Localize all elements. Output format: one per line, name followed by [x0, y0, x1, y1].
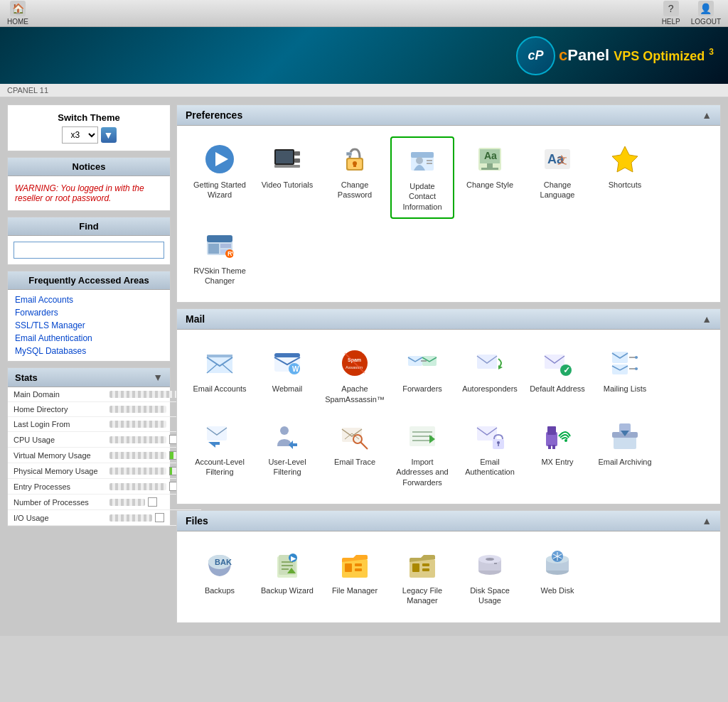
- svg-point-106: [486, 558, 494, 561]
- mx-entry-icon: [540, 419, 574, 453]
- files-panel: Files ▲ BAK: [176, 510, 721, 623]
- mail-email-authentication[interactable]: Email Authentication: [458, 414, 522, 493]
- theme-select-button[interactable]: ▼: [101, 127, 117, 143]
- svg-point-79: [564, 439, 567, 442]
- email-accounts-icon: [203, 346, 237, 380]
- files-backups[interactable]: BAK Backups: [188, 542, 252, 612]
- notices-warning: WARNING: You logged in with the reseller…: [15, 183, 144, 203]
- logout-icon: 👤: [698, 1, 714, 16]
- main-layout: Switch Theme x3 ▼ Notices WARNING: You l…: [0, 97, 728, 636]
- mail-spamassassin[interactable]: Spam Assassin Apache SpamAssassin™: [323, 340, 387, 410]
- stats-toggle-icon[interactable]: ▼: [153, 372, 163, 383]
- svg-rect-28: [207, 235, 232, 242]
- svg-rect-46: [408, 356, 422, 366]
- default-address-icon: ✓: [540, 346, 574, 380]
- shortcuts-label: Shortcuts: [609, 180, 641, 190]
- theme-select[interactable]: x3: [62, 126, 98, 144]
- files-collapse-button[interactable]: ▲: [702, 515, 712, 526]
- pref-change-style[interactable]: Aa Change Style: [458, 136, 522, 219]
- home-label: HOME: [7, 18, 28, 26]
- files-legacy-file-manager[interactable]: Legacy File Manager: [390, 542, 454, 612]
- video-tutorials-icon: [270, 142, 304, 176]
- stats-label-last-login: Last Login From: [8, 417, 104, 432]
- pref-video-tutorials[interactable]: Video Tutorials: [255, 136, 319, 219]
- home-nav-item[interactable]: 🏠 HOME: [7, 1, 28, 26]
- svg-text:W: W: [292, 365, 299, 373]
- mail-mx-entry[interactable]: MX Entry: [525, 414, 589, 493]
- getting-started-icon: [203, 142, 237, 176]
- svg-rect-6: [274, 165, 300, 168]
- video-tutorials-label: Video Tutorials: [262, 180, 314, 190]
- mail-email-trace[interactable]: Email Trace: [323, 414, 387, 493]
- update-contact-icon: [405, 144, 439, 178]
- notices-box: Notices WARNING: You logged in with the …: [7, 157, 171, 211]
- preferences-body: Getting Started Wizard: [177, 126, 720, 302]
- files-web-disk[interactable]: Web Disk: [525, 542, 589, 612]
- svg-text:Aa: Aa: [484, 150, 497, 161]
- files-backup-wizard[interactable]: ▶ Backup Wizard: [255, 542, 319, 612]
- preferences-panel: Preferences ▲ Getting Started Wizard: [176, 104, 721, 303]
- find-input[interactable]: [14, 242, 164, 259]
- mail-import-addresses[interactable]: Import Addresses and Forwarders: [390, 414, 454, 493]
- freq-link-forwarders[interactable]: Forwarders: [15, 306, 163, 319]
- svg-rect-5: [294, 158, 300, 163]
- mail-email-archiving[interactable]: Email Archiving: [593, 414, 657, 493]
- freq-accessed-body: Email Accounts Forwarders SSL/TLS Manage…: [8, 290, 170, 361]
- pref-rvskin[interactable]: RV RVSkin Theme Changer: [188, 222, 252, 292]
- logout-nav-item[interactable]: 👤 LOGOUT: [691, 1, 721, 26]
- stats-row-last-login: Last Login From: [8, 417, 201, 432]
- pref-change-password[interactable]: Change Password: [323, 136, 387, 219]
- mail-collapse-button[interactable]: ▲: [702, 313, 712, 325]
- disk-space-label: Disk Space Usage: [461, 585, 518, 606]
- svg-rect-29: [208, 244, 219, 254]
- files-disk-space[interactable]: Disk Space Usage: [458, 542, 522, 612]
- freq-link-ssl[interactable]: SSL/TLS Manager: [15, 319, 163, 332]
- mail-user-filtering[interactable]: User-Level Filtering: [255, 414, 319, 493]
- pref-getting-started-wizard[interactable]: Getting Started Wizard: [188, 136, 252, 219]
- stats-row-virtual-mem: Virtual Memory Usage: [8, 448, 201, 463]
- backup-wizard-label: Backup Wizard: [261, 585, 314, 595]
- disk-space-icon: [473, 548, 507, 582]
- email-trace-label: Email Trace: [334, 457, 375, 467]
- notices-body: WARNING: You logged in with the reseller…: [8, 176, 170, 210]
- freq-link-email-auth[interactable]: Email Authentication: [15, 332, 163, 345]
- freq-link-mysql[interactable]: MySQL Databases: [15, 345, 163, 357]
- pref-shortcuts[interactable]: Shortcuts: [593, 136, 657, 219]
- forwarders-icon: [405, 346, 439, 380]
- switch-theme-label: Switch Theme: [15, 112, 163, 123]
- logo: cP cPanel VPS Optimized 3: [516, 36, 714, 75]
- top-navigation: 🏠 HOME ? HELP 👤 LOGOUT: [0, 0, 728, 27]
- mail-account-filtering[interactable]: Account-Level Filtering: [188, 414, 252, 493]
- help-nav-item[interactable]: ? HELP: [662, 1, 680, 26]
- stats-header: Stats ▼: [8, 368, 170, 387]
- user-filtering-icon: [270, 419, 304, 453]
- autoresponders-icon: [473, 346, 507, 380]
- svg-point-15: [416, 157, 423, 164]
- rvskin-icon: RV: [203, 228, 237, 262]
- mail-default-address[interactable]: ✓ Default Address: [525, 340, 589, 410]
- home-icon: 🏠: [10, 1, 26, 16]
- svg-rect-76: [547, 426, 556, 435]
- mail-autoresponders[interactable]: Autoresponders: [458, 340, 522, 410]
- svg-marker-26: [612, 146, 638, 172]
- svg-text:BAK: BAK: [215, 558, 232, 566]
- files-header: Files ▲: [177, 511, 720, 531]
- pref-update-contact[interactable]: Update Contact Information: [390, 136, 454, 219]
- change-style-icon: Aa: [473, 142, 507, 176]
- svg-rect-3: [276, 151, 293, 163]
- legacy-file-manager-icon: [405, 548, 439, 582]
- mail-forwarders[interactable]: Forwarders: [390, 340, 454, 410]
- mail-email-accounts[interactable]: Email Accounts: [188, 340, 252, 410]
- preferences-collapse-button[interactable]: ▲: [702, 109, 712, 121]
- notices-header: Notices: [8, 158, 170, 176]
- svg-rect-54: [612, 352, 628, 363]
- freq-link-email-accounts[interactable]: Email Accounts: [15, 293, 163, 306]
- pref-change-language[interactable]: Aa 文 Change Language: [525, 136, 589, 219]
- mail-webmail[interactable]: W Webmail: [255, 340, 319, 410]
- mail-mailing-lists[interactable]: Mailing Lists: [593, 340, 657, 410]
- stats-row-io: I/O Usage: [8, 510, 201, 526]
- files-file-manager[interactable]: File Manager: [323, 542, 387, 612]
- svg-rect-35: [207, 355, 232, 357]
- stats-label-io: I/O Usage: [8, 510, 104, 526]
- mail-panel: Mail ▲: [176, 308, 721, 504]
